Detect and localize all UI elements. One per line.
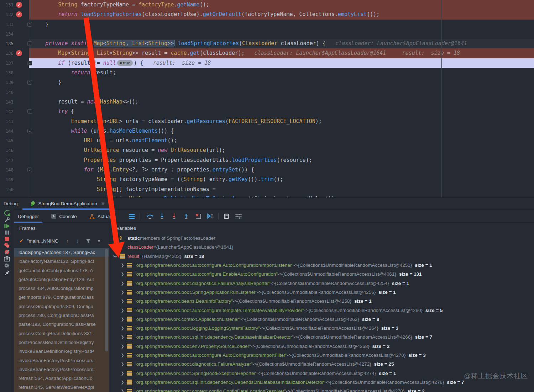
frame-row[interactable]: processConfigBeanDefinitions:331, bbox=[14, 329, 109, 338]
close-icon[interactable]: ✕ bbox=[101, 201, 105, 206]
frame-row[interactable]: processGroupImports:809, Configu bbox=[14, 302, 109, 311]
editor-line[interactable]: 146 UrlResource resource = new UrlResour… bbox=[0, 145, 534, 155]
editor-line[interactable]: 133⌃ } bbox=[0, 20, 534, 29]
editor-line[interactable]: 151 StringUtils.commaDelimitedListToStri… bbox=[0, 194, 534, 198]
expand-chevron-icon[interactable]: ❯ bbox=[120, 317, 125, 322]
layout-settings-icon[interactable] bbox=[234, 212, 244, 221]
tab-console[interactable]: Console bbox=[47, 210, 80, 222]
frame-row[interactable]: invokeBeanDefinitionRegistryPostP bbox=[14, 347, 109, 356]
editor-line[interactable]: 134 bbox=[0, 29, 534, 39]
editor-line[interactable]: 131✓ String factoryTypeName = factoryTyp… bbox=[0, 0, 534, 10]
expand-chevron-icon[interactable]: ❯ bbox=[120, 389, 125, 392]
session-tab[interactable]: StringBootDemoApplication ✕ bbox=[26, 198, 109, 210]
frame-row[interactable]: invokeBeanFactoryPostProcessors: bbox=[14, 356, 109, 365]
expand-chevron-icon[interactable]: ❯ bbox=[120, 326, 125, 330]
variable-entry-row[interactable]: ❯"org.springframework.boot.diagnostics.F… bbox=[109, 360, 534, 369]
variable-row-static[interactable]: ❯ s static members of SpringFactoriesLoa… bbox=[109, 234, 534, 243]
mute-breakpoints-button[interactable] bbox=[4, 249, 10, 255]
frame-row[interactable]: refresh:145, ServletWebServerAppl bbox=[14, 383, 109, 392]
frame-row[interactable]: getImports:879, ConfigurationClass bbox=[14, 293, 109, 302]
expand-chevron-icon[interactable]: ❯ bbox=[120, 272, 125, 276]
editor-line[interactable]: 144⌄ while (urls.hasMoreElements()) { bbox=[0, 126, 534, 136]
editor-line[interactable]: 140 bbox=[0, 88, 534, 97]
variable-entry-row[interactable]: ❯"org.springframework.boot.autoconfigure… bbox=[109, 306, 534, 314]
expand-chevron-icon[interactable]: ❯ bbox=[120, 335, 125, 339]
expand-chevron-icon[interactable]: ❯ bbox=[120, 362, 125, 366]
variable-row-classloader[interactable]: ❯ p classLoader = {Launcher$AppClassLoad… bbox=[109, 243, 534, 251]
editor-line[interactable]: 139⌃ } bbox=[0, 78, 534, 87]
frame-row[interactable]: refresh:564, AbstractApplicationCo bbox=[14, 374, 109, 383]
step-out-button[interactable] bbox=[181, 212, 191, 221]
resume-button[interactable] bbox=[4, 223, 10, 229]
view-breakpoints-button[interactable] bbox=[4, 242, 10, 249]
pause-button[interactable] bbox=[4, 229, 10, 236]
variable-entry-row[interactable]: ❯"org.springframework.boot.autoconfigure… bbox=[109, 351, 534, 360]
breakpoint-icon[interactable]: ✓ bbox=[16, 50, 22, 56]
run-to-cursor-button[interactable] bbox=[205, 212, 215, 221]
step-into-button[interactable] bbox=[157, 212, 167, 221]
expand-chevron-icon[interactable]: ❯ bbox=[120, 353, 125, 357]
frame-row[interactable]: invokeBeanFactoryPostProcessors: bbox=[14, 365, 109, 374]
filter-funnel-icon[interactable] bbox=[86, 239, 91, 243]
variable-entry-row[interactable]: ❯"org.springframework.beans.BeanInfoFact… bbox=[109, 297, 534, 306]
editor-line[interactable]: 145 URL url = urls.nextElement(); bbox=[0, 136, 534, 145]
frame-row[interactable]: postProcessBeanDefinitionRegistry bbox=[14, 338, 109, 347]
editor-line[interactable]: 138 return result; bbox=[0, 68, 534, 78]
editor-line[interactable]: 142⌄ try { bbox=[0, 107, 534, 116]
editor-line[interactable]: 143 Enumeration<URL> urls = classLoader.… bbox=[0, 117, 534, 126]
editor-line[interactable]: 135⌄ private static Map<String, List<Str… bbox=[0, 39, 534, 48]
frame-row[interactable]: parse:193, ConfigurationClassParse bbox=[14, 320, 109, 329]
frame-down-icon[interactable]: ↓ bbox=[76, 238, 79, 244]
frame-row[interactable]: getCandidateConfigurations:178, A bbox=[14, 266, 109, 275]
hamburger-menu-icon[interactable] bbox=[127, 212, 137, 221]
expand-chevron-icon[interactable]: ❯ bbox=[120, 380, 125, 385]
frame-row[interactable]: getAutoConfigurationEntry:123, Aut bbox=[14, 275, 109, 284]
frame-row[interactable]: process:780, ConfigurationClassPa bbox=[14, 311, 109, 320]
frame-row[interactable]: process:434, AutoConfigurationImp bbox=[14, 284, 109, 293]
frames-scrollbar[interactable] bbox=[105, 249, 108, 351]
expand-chevron-icon[interactable]: ❯ bbox=[120, 299, 125, 303]
code-editor[interactable]: 131✓ String factoryTypeName = factoryTyp… bbox=[0, 0, 534, 198]
thread-dump-camera-icon[interactable] bbox=[4, 255, 10, 262]
variable-entry-row[interactable]: ❯"org.springframework.boot.diagnostics.F… bbox=[109, 279, 534, 287]
editor-line[interactable]: 149 String factoryTypeName = ((String) e… bbox=[0, 175, 534, 184]
editor-line[interactable]: 148⌄ for (Map.Entry<?, ?> entry : proper… bbox=[0, 165, 534, 175]
thread-selector[interactable]: ✔ "main...NNING ↑ ↓ ▾ bbox=[14, 234, 109, 248]
variable-row-result[interactable]: ❯ result = {HashMap@4202}size = 18 bbox=[109, 252, 534, 261]
debugger-settings-gear-icon[interactable] bbox=[4, 262, 11, 269]
expand-chevron-icon[interactable]: ❯ bbox=[113, 236, 118, 240]
variable-entry-row[interactable]: ❯"org.springframework.context.Applicatio… bbox=[109, 315, 534, 324]
variable-entry-row[interactable]: ❯"org.springframework.boot.context.confi… bbox=[109, 387, 534, 392]
evaluate-expression-calculator-icon[interactable] bbox=[221, 212, 231, 221]
expand-chevron-icon[interactable]: ❯ bbox=[120, 308, 125, 313]
drop-frame-button[interactable] bbox=[193, 212, 203, 221]
expand-chevron-icon[interactable]: ❯ bbox=[120, 371, 125, 376]
expand-chevron-icon[interactable]: ❯ bbox=[120, 344, 125, 349]
stop-button[interactable] bbox=[4, 236, 10, 242]
editor-line[interactable]: 136✓ Map<String, List<String>> result = … bbox=[0, 48, 534, 58]
variable-entry-row[interactable]: ❯"org.springframework.boot.autoconfigure… bbox=[109, 261, 534, 270]
pin-icon[interactable] bbox=[4, 269, 10, 276]
frame-up-icon[interactable]: ↑ bbox=[67, 238, 69, 244]
editor-line[interactable]: 147 Properties properties = PropertiesLo… bbox=[0, 155, 534, 165]
expand-chevron-icon[interactable]: ❯ bbox=[120, 290, 125, 295]
thread-dropdown-chevron-icon[interactable]: ▾ bbox=[98, 238, 100, 244]
rerun-button[interactable] bbox=[4, 210, 10, 216]
variable-entry-row[interactable]: ❯"org.springframework.boot.sql.init.depe… bbox=[109, 333, 534, 341]
tab-actuator[interactable]: Actuator bbox=[85, 210, 119, 222]
tab-debugger[interactable]: Debugger bbox=[14, 210, 42, 222]
step-over-button[interactable] bbox=[145, 212, 155, 221]
breakpoint-icon[interactable]: ✓ bbox=[16, 2, 22, 8]
force-step-into-button[interactable] bbox=[169, 212, 179, 221]
collapse-chevron-icon[interactable]: ❯ bbox=[113, 254, 118, 259]
expand-chevron-icon[interactable]: ❯ bbox=[120, 281, 125, 286]
frame-row[interactable]: loadFactoryNames:132, SpringFact bbox=[14, 257, 109, 266]
frame-row[interactable]: loadSpringFactories:137, SpringFac bbox=[14, 248, 109, 257]
variable-entry-row[interactable]: ❯"org.springframework.boot.SpringApplica… bbox=[109, 288, 534, 297]
wrench-icon[interactable] bbox=[4, 216, 10, 223]
editor-line[interactable]: 132✓ return loadSpringFactories(classLoa… bbox=[0, 10, 534, 19]
breakpoint-icon[interactable]: ✓ bbox=[16, 11, 22, 17]
editor-line[interactable]: 150 String[] factoryImplementationNames … bbox=[0, 185, 534, 194]
expand-chevron-icon[interactable]: ❯ bbox=[120, 263, 125, 267]
variable-entry-row[interactable]: ❯"org.springframework.boot.autoconfigure… bbox=[109, 270, 534, 279]
